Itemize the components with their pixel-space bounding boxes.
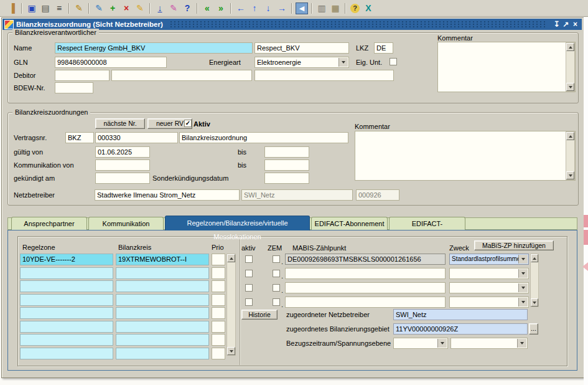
chevron-down-icon[interactable] [437, 339, 447, 348]
gekuendigt-field[interactable] [95, 173, 150, 184]
mabis-zem-checkbox[interactable] [273, 298, 280, 306]
row-list-icon[interactable]: ≡ [53, 2, 65, 14]
prio-cell[interactable] [212, 267, 225, 279]
debitor-field-1[interactable] [55, 70, 110, 81]
bkv-kommentar-textarea[interactable] [437, 42, 576, 92]
prio-cell[interactable] [212, 334, 225, 346]
zug-bilanzierungsgebiet-field[interactable]: 11YV00000000926Z [393, 323, 528, 335]
mabis-scrollbar[interactable] [530, 254, 539, 307]
prio-cell[interactable] [212, 321, 225, 333]
commit-question-icon[interactable]: ? [350, 4, 360, 13]
print-icon[interactable]: ▤ [39, 2, 52, 14]
netzbetreiber-nr-field[interactable]: 000926 [356, 189, 399, 201]
regelzone-cell[interactable] [20, 321, 113, 333]
historie-button[interactable]: Historie [241, 310, 278, 320]
bilanzkreis-cell[interactable] [116, 321, 209, 333]
execute-query-icon[interactable]: ✎ [134, 2, 146, 14]
scroll-down-icon[interactable] [531, 298, 538, 307]
energieart-dropdown[interactable]: Elektroenergie [254, 57, 349, 68]
mabis-zem-checkbox[interactable] [273, 270, 280, 277]
mabis-zaehlpunkt-field[interactable]: DE00092698693TMSBKSLS000001261656 [285, 254, 446, 265]
spannungsebene-dropdown[interactable] [450, 338, 528, 349]
mabis-aktiv-checkbox[interactable] [245, 284, 253, 292]
aktiv-checkbox[interactable]: ✓ [184, 120, 192, 127]
bilanzkreis-cell[interactable] [116, 334, 209, 346]
chevron-down-icon[interactable] [518, 255, 528, 264]
exit-door-icon[interactable]: ▐ [6, 2, 18, 14]
zweck-dropdown[interactable] [449, 282, 529, 293]
netzbetreiber-name-field[interactable]: Stadtwerke Ilmenau Strom_Netz [95, 189, 240, 201]
regelzone-cell[interactable] [20, 348, 113, 359]
tab-kommunikation[interactable]: Kommunikation [88, 217, 164, 230]
bkz-kommentar-textarea[interactable] [355, 131, 576, 181]
vertrag-typ-field[interactable]: BKZ [65, 132, 94, 143]
zug-netzbetreiber-field[interactable]: SWI_Netz [393, 309, 528, 320]
mabis-aktiv-checkbox[interactable] [245, 255, 253, 263]
zweck-dropdown[interactable] [449, 297, 529, 308]
bilanzkreis-cell[interactable]: 19XTRMEWOBROT--I [116, 254, 209, 265]
bilanzkreis-cell[interactable] [116, 280, 209, 292]
excel-export-icon[interactable]: X [362, 2, 375, 14]
chevron-down-icon[interactable] [338, 58, 348, 67]
scroll-up-icon[interactable] [566, 43, 574, 51]
gueltig-von-field[interactable]: 01.06.2025 [95, 146, 150, 158]
vertrag-name-field[interactable]: Bilanzkreiszuordnung [179, 132, 348, 143]
scroll-down-icon[interactable] [227, 347, 235, 355]
restore-icon[interactable]: ↗ [561, 20, 571, 29]
chevron-down-icon[interactable] [518, 298, 528, 307]
kommunikation-von-field[interactable] [95, 159, 150, 171]
bkv-shortname-field[interactable]: Respect_BKV [254, 42, 349, 54]
mabis-aktiv-checkbox[interactable] [245, 298, 253, 306]
bilanzkreis-cell[interactable] [116, 307, 209, 319]
paste-icon[interactable]: ▦ [329, 2, 342, 14]
mabis-zaehlpunkt-field[interactable] [285, 268, 446, 279]
eig-unt-checkbox[interactable] [390, 58, 397, 65]
previous-block-icon[interactable]: « [201, 2, 213, 14]
bkv-name-field[interactable]: Respect Energy GmbH_BKV [55, 42, 253, 54]
download-icon[interactable]: ↓ [154, 2, 166, 14]
mabis-aktiv-checkbox[interactable] [245, 270, 253, 277]
bdew-field[interactable] [55, 82, 93, 93]
scroll-up-icon[interactable] [531, 254, 538, 262]
edit-record-icon[interactable]: ✎ [73, 2, 85, 14]
gln-field[interactable]: 9984869000008 [55, 57, 167, 68]
regelzonen-scrollbar[interactable] [226, 254, 236, 356]
tab-edifact-kommunikation[interactable]: EDIFACT-Kommunikation [389, 217, 465, 230]
bilanzkreis-cell[interactable] [116, 348, 209, 359]
help-icon[interactable]: ? [181, 2, 194, 14]
minimize-icon[interactable]: ↧ [552, 20, 561, 29]
scroll-down-icon[interactable] [566, 171, 574, 179]
arrow-left-icon[interactable]: ← [235, 2, 247, 14]
prio-cell[interactable] [212, 348, 225, 359]
scroll-down-icon[interactable] [566, 83, 574, 91]
mabis-zp-hinzufuegen-button[interactable]: MaBiS-ZP hinzufügen [474, 240, 554, 250]
prio-cell[interactable] [212, 254, 225, 265]
zweck-dropdown[interactable] [449, 268, 529, 279]
arrow-up-icon[interactable]: ↑ [248, 2, 261, 14]
tab-edifact-abonnement[interactable]: EDIFACT-Abonnement [311, 217, 388, 230]
arrow-right-icon[interactable]: → [276, 2, 288, 14]
mabis-zem-checkbox[interactable] [273, 255, 280, 263]
bezugszeitraum-dropdown[interactable] [393, 338, 448, 349]
chevron-down-icon[interactable] [518, 283, 528, 292]
prio-cell[interactable] [212, 307, 225, 319]
debitor-field-3[interactable] [254, 70, 394, 81]
arrow-down-icon[interactable]: ↓ [262, 2, 274, 14]
prio-cell[interactable] [212, 294, 225, 306]
regelzone-cell[interactable] [20, 294, 113, 306]
bkz-kommentar-scrollbar[interactable] [566, 131, 575, 180]
prio-cell[interactable] [212, 280, 225, 292]
insert-record-icon[interactable]: + [106, 2, 119, 14]
regelzone-cell[interactable] [20, 280, 113, 292]
debitor-field-2[interactable] [111, 70, 252, 81]
regelzone-cell[interactable]: 10YDE-VE-------2 [20, 254, 113, 265]
regelzone-cell[interactable] [20, 334, 113, 346]
chevron-down-icon[interactable] [518, 269, 528, 278]
gebiet-lookup-button[interactable]: ... [529, 323, 538, 335]
enter-query-icon[interactable]: ✎ [93, 2, 105, 14]
regelzone-cell[interactable] [20, 307, 113, 319]
bkv-kommentar-scrollbar[interactable] [566, 42, 575, 92]
close-icon[interactable]: × [571, 20, 580, 29]
regelzone-cell[interactable] [20, 267, 113, 279]
mabis-zaehlpunkt-field[interactable] [285, 282, 446, 293]
